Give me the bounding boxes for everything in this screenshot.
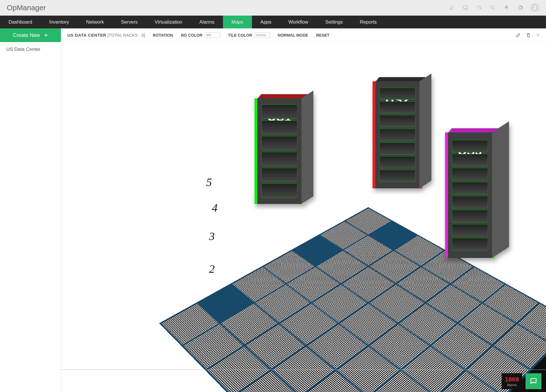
svg-point-2: [534, 6, 536, 8]
create-new-button[interactable]: Create New +: [0, 28, 61, 42]
nav-dashboard[interactable]: Dashboard: [0, 16, 41, 28]
nav-settings[interactable]: Settings: [317, 16, 351, 28]
sidebar-item-us-data-center[interactable]: US Data Center: [0, 42, 61, 57]
nav-alarms[interactable]: Alarms: [191, 16, 223, 28]
map-subtitle: [TOTAL RACKS : 3]: [107, 33, 145, 37]
reset-button[interactable]: RESET: [316, 33, 330, 37]
chat-button[interactable]: [526, 373, 541, 389]
axis-label-4: 4: [212, 201, 218, 214]
main-nav: Dashboard Inventory Network Servers Virt…: [0, 16, 546, 28]
sidebar: Create New + US Data Center: [0, 28, 61, 392]
alarms-label: Alarms: [507, 383, 517, 387]
nav-network[interactable]: Network: [78, 16, 112, 28]
nav-inventory[interactable]: Inventory: [41, 16, 78, 28]
close-icon[interactable]: ×: [536, 32, 540, 39]
topbar-icon-group: [449, 3, 539, 12]
rack-us2[interactable]: US2: [373, 73, 422, 188]
rack-us3[interactable]: US3: [445, 124, 495, 258]
bgcolor-label: BG COLOR: [181, 33, 202, 37]
nav-workflow[interactable]: Workflow: [280, 16, 317, 28]
nav-virtualization[interactable]: Virtualization: [146, 16, 191, 28]
mode-button[interactable]: NORMAL MODE: [278, 33, 308, 37]
presentation-icon[interactable]: [462, 5, 469, 11]
alarms-count: 1869: [505, 376, 519, 383]
app-logo: OpManager: [7, 3, 46, 12]
headset-icon[interactable]: [476, 5, 482, 11]
gear-icon[interactable]: [517, 5, 523, 11]
user-avatar-icon[interactable]: [531, 3, 539, 12]
delete-icon[interactable]: [526, 33, 531, 38]
create-new-label: Create New: [13, 32, 40, 38]
topbar: OpManager: [0, 0, 546, 16]
tilecolor-input[interactable]: [255, 32, 270, 38]
nav-maps[interactable]: Maps: [223, 16, 252, 28]
axis-label-3: 3: [209, 230, 215, 243]
rotation-button[interactable]: ROTATION: [153, 33, 173, 37]
nav-reports[interactable]: Reports: [351, 16, 385, 28]
nav-servers[interactable]: Servers: [112, 16, 146, 28]
map-toolbar: US DATA CENTER [TOTAL RACKS : 3] ROTATIO…: [61, 28, 546, 42]
edit-icon[interactable]: [516, 33, 521, 38]
axis-label-5: 5: [206, 176, 212, 189]
search-icon[interactable]: [490, 5, 496, 11]
svg-rect-0: [464, 6, 468, 9]
3d-floor-view[interactable]: 5 4 3 2 1 0 US1 US: [61, 42, 546, 392]
rocket-icon[interactable]: [449, 5, 455, 11]
bell-icon[interactable]: [503, 5, 510, 11]
map-title: US DATA CENTER: [67, 33, 106, 37]
plus-icon: +: [44, 31, 48, 39]
main-panel: US DATA CENTER [TOTAL RACKS : 3] ROTATIO…: [61, 28, 546, 392]
alarms-badge[interactable]: 1869 Alarms: [502, 373, 522, 389]
bgcolor-input[interactable]: [205, 32, 220, 38]
svg-point-1: [491, 6, 494, 9]
divider: [61, 370, 546, 370]
rack-us1[interactable]: US1: [255, 90, 304, 204]
axis-label-2: 2: [209, 262, 215, 276]
nav-apps[interactable]: Apps: [252, 16, 280, 28]
tilecolor-label: TILE COLOR: [228, 33, 252, 37]
